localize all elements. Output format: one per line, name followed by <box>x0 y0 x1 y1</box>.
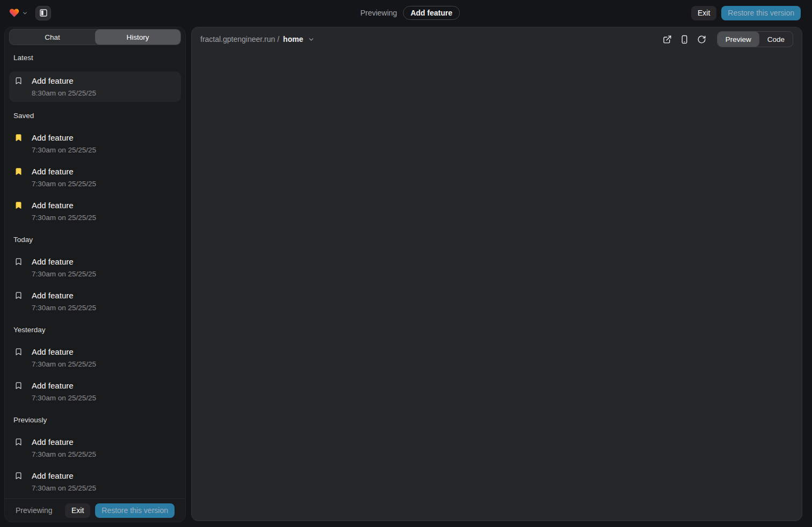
version-pill[interactable]: Add feature <box>403 6 460 20</box>
tab-history[interactable]: History <box>95 30 180 45</box>
history-item[interactable]: Add feature 7:30am on 25/25/25 <box>9 257 181 278</box>
section-header-latest: Latest <box>9 54 181 62</box>
history-item[interactable]: Add feature 8:30am on 25/25/25 <box>9 71 181 102</box>
bookmark-filled-icon <box>15 134 23 142</box>
preview-viewport[interactable] <box>192 51 802 521</box>
sidebar-toggle-button[interactable] <box>35 6 51 20</box>
preview-url-prefix: fractal.gptengineer.run / <box>200 35 279 43</box>
bookmark-filled-icon <box>15 167 23 175</box>
history-item-timestamp: 8:30am on 25/25/25 <box>32 90 96 97</box>
history-item-title: Add feature <box>32 167 96 176</box>
chevron-down-icon <box>22 10 28 16</box>
history-item-title: Add feature <box>32 347 96 356</box>
bookmark-filled-icon <box>15 201 23 209</box>
preview-url-dropdown[interactable]: fractal.gptengineer.run / home <box>200 35 315 43</box>
section-header-today: Today <box>9 236 181 244</box>
history-item-title: Add feature <box>32 291 96 300</box>
history-sidebar: Chat History Latest Add feature 8:30am o… <box>4 27 186 522</box>
bookmark-icon <box>15 472 23 480</box>
refresh-icon <box>697 35 706 44</box>
history-item-timestamp: 7:30am on 25/25/25 <box>32 485 96 492</box>
history-item[interactable]: Add feature 7:30am on 25/25/25 <box>9 437 181 458</box>
chevron-down-icon <box>308 36 315 43</box>
lovable-heart-logo <box>9 8 20 18</box>
history-item-timestamp: 7:30am on 25/25/25 <box>32 147 96 154</box>
panel-left-icon <box>39 9 48 17</box>
topbar-actions: Exit Restore this version <box>691 6 801 20</box>
history-item[interactable]: Add feature 7:30am on 25/25/25 <box>9 201 181 222</box>
history-item-timestamp: 7:30am on 25/25/25 <box>32 304 96 312</box>
sidebar-footer: Previewing Exit Restore this version <box>5 499 185 522</box>
preview-actions: Preview Code <box>661 31 793 47</box>
history-item-timestamp: 7:30am on 25/25/25 <box>32 361 96 368</box>
history-item[interactable]: Add feature 7:30am on 25/25/25 <box>9 381 181 402</box>
preview-url-page: home <box>283 35 303 43</box>
bookmark-icon <box>15 258 23 266</box>
history-item-title: Add feature <box>32 133 96 142</box>
history-item-timestamp: 7:30am on 25/25/25 <box>32 394 96 402</box>
history-item[interactable]: Add feature 7:30am on 25/25/25 <box>9 167 181 188</box>
history-item-title: Add feature <box>32 76 96 85</box>
history-list: Latest Add feature 8:30am on 25/25/25 Sa… <box>5 45 185 499</box>
section-header-yesterday: Yesterday <box>9 326 181 334</box>
history-item-title: Add feature <box>32 257 96 266</box>
history-item-timestamp: 7:30am on 25/25/25 <box>32 214 96 222</box>
tab-preview[interactable]: Preview <box>717 32 759 47</box>
bookmark-icon <box>15 77 23 85</box>
bookmark-icon <box>15 382 23 390</box>
footer-exit-button[interactable]: Exit <box>65 503 90 518</box>
section-header-previously: Previously <box>9 416 181 424</box>
restore-version-button[interactable]: Restore this version <box>721 6 801 20</box>
history-item-title: Add feature <box>32 471 96 480</box>
history-item[interactable]: Add feature 7:30am on 25/25/25 <box>9 471 181 492</box>
mobile-view-button[interactable] <box>678 33 691 46</box>
history-item-title: Add feature <box>32 201 96 210</box>
refresh-button[interactable] <box>695 33 708 46</box>
footer-previewing-label: Previewing <box>16 506 52 515</box>
history-item[interactable]: Add feature 7:30am on 25/25/25 <box>9 133 181 154</box>
app-topbar: Previewing Add feature Exit Restore this… <box>0 0 812 26</box>
view-mode-switcher: Preview Code <box>717 31 793 47</box>
history-item-title: Add feature <box>32 381 96 390</box>
section-header-saved: Saved <box>9 112 181 120</box>
sidebar-tab-switcher: Chat History <box>9 29 181 45</box>
open-in-new-tab-button[interactable] <box>661 33 674 46</box>
history-item[interactable]: Add feature 7:30am on 25/25/25 <box>9 347 181 368</box>
smartphone-icon <box>680 35 689 44</box>
history-item[interactable]: Add feature 7:30am on 25/25/25 <box>9 291 181 312</box>
preview-topbar: fractal.gptengineer.run / home Preview C… <box>192 27 802 51</box>
history-item-timestamp: 7:30am on 25/25/25 <box>32 451 96 458</box>
footer-restore-version-button[interactable]: Restore this version <box>95 503 175 518</box>
exit-button[interactable]: Exit <box>691 6 716 20</box>
history-item-timestamp: 7:30am on 25/25/25 <box>32 180 96 188</box>
external-link-icon <box>663 35 672 44</box>
history-item-timestamp: 7:30am on 25/25/25 <box>32 270 96 278</box>
tab-chat[interactable]: Chat <box>10 30 95 45</box>
previewing-status: Previewing Add feature <box>360 0 460 26</box>
bookmark-icon <box>15 438 23 446</box>
tab-code[interactable]: Code <box>759 32 793 47</box>
app-logo-menu[interactable] <box>9 8 28 18</box>
preview-panel: fractal.gptengineer.run / home Preview C… <box>191 27 802 521</box>
history-item-title: Add feature <box>32 437 96 447</box>
bookmark-icon <box>15 348 23 356</box>
previewing-label: Previewing <box>360 9 397 17</box>
bookmark-icon <box>15 291 23 299</box>
